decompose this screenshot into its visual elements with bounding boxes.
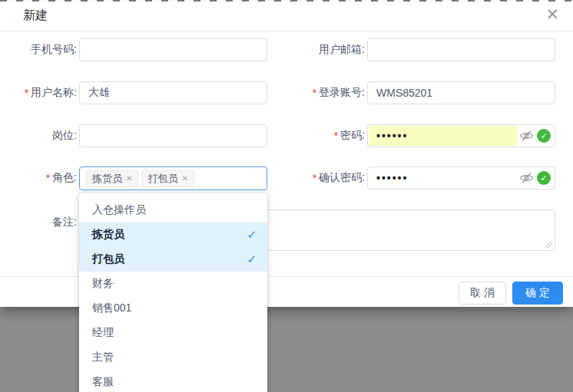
dialog-header: 新建 ✕ <box>0 0 573 31</box>
eye-invisible-icon <box>519 172 534 184</box>
dropdown-item[interactable]: 销售001 <box>79 296 267 321</box>
remove-tag-icon[interactable]: ✕ <box>126 174 132 183</box>
confirm-button[interactable]: 确定 <box>512 282 563 305</box>
phone-label: 手机号码: <box>0 38 77 61</box>
account-input[interactable]: WMS85201 <box>367 81 555 104</box>
eye-invisible-icon <box>519 130 534 142</box>
textarea-resize-handle[interactable] <box>545 241 553 249</box>
required-asterisk: * <box>313 87 316 99</box>
password-visibility-toggle-icon[interactable] <box>519 130 534 142</box>
confirm-password-input[interactable]: •••••• ✓ <box>367 166 555 189</box>
role-dropdown-menu: 入仓操作员 拣货员 ✓ 打包员 ✓ 财务 销售001 经理 主管 客服 <box>79 193 267 392</box>
required-asterisk: * <box>313 172 316 184</box>
username-label: * 用户名称: <box>0 81 77 104</box>
email-label: 用户邮箱: <box>288 38 365 61</box>
cancel-button[interactable]: 取消 <box>459 282 506 305</box>
dropdown-item-selected[interactable]: 打包员 ✓ <box>79 247 267 272</box>
email-input[interactable] <box>367 38 555 61</box>
selected-check-icon: ✓ <box>247 252 257 266</box>
top-edge-artifact <box>0 0 573 2</box>
close-icon[interactable]: ✕ <box>545 5 559 24</box>
required-asterisk: * <box>46 172 50 184</box>
password-valid-check-icon: ✓ <box>537 129 551 143</box>
position-label: 岗位: <box>0 124 77 147</box>
password-input[interactable]: •••••• ✓ <box>367 124 555 147</box>
dropdown-item[interactable]: 经理 <box>79 321 267 345</box>
password-masked-value: •••••• <box>368 130 408 142</box>
dropdown-item[interactable]: 入仓操作员 <box>79 198 267 222</box>
role-multiselect[interactable]: 拣货员 ✕ 打包员 ✕ <box>79 166 267 190</box>
dropdown-item-selected[interactable]: 拣货员 ✓ <box>79 222 267 247</box>
role-tag: 打包员 ✕ <box>141 170 194 187</box>
password-label: * 密码: <box>288 124 365 147</box>
remark-label: 备注: <box>0 211 77 234</box>
position-input[interactable] <box>79 124 267 147</box>
dropdown-item[interactable]: 财务 <box>79 272 267 296</box>
confirm-password-valid-check-icon: ✓ <box>537 171 551 185</box>
required-asterisk: * <box>25 87 28 99</box>
remove-tag-icon[interactable]: ✕ <box>181 174 187 183</box>
confirm-password-masked-value: •••••• <box>368 172 408 184</box>
dropdown-item[interactable]: 主管 <box>79 345 267 370</box>
phone-input[interactable] <box>79 38 267 61</box>
confirm-password-label: * 确认密码: <box>288 166 365 189</box>
account-label: * 登录账号: <box>288 81 365 104</box>
required-asterisk: * <box>334 130 338 142</box>
dialog-title: 新建 <box>23 0 48 31</box>
username-input[interactable]: 大雄 <box>79 81 267 104</box>
dropdown-item[interactable]: 客服 <box>79 370 267 392</box>
selected-check-icon: ✓ <box>247 228 257 242</box>
confirm-password-visibility-toggle-icon[interactable] <box>519 172 534 184</box>
role-label: * 角色: <box>0 166 77 189</box>
role-tag: 拣货员 ✕ <box>86 170 138 187</box>
